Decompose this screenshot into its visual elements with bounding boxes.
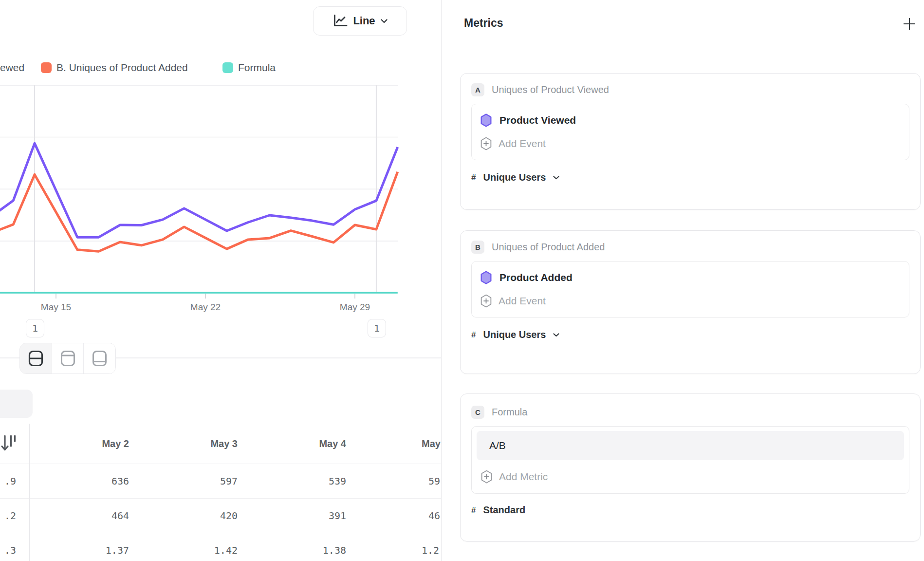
chevron-down-icon xyxy=(553,176,559,180)
metric-card-title: Uniques of Product Added xyxy=(492,242,605,253)
row-frozen-value: .9 xyxy=(0,464,30,498)
table-cell: 636 xyxy=(30,464,138,498)
metric-letter-badge: A xyxy=(471,83,484,96)
events-box: Product Viewed Add Event xyxy=(471,104,909,160)
add-metric-hexagon-icon xyxy=(481,470,492,484)
row-frozen-value: .2 xyxy=(0,499,30,533)
breakdown-table: May 2 May 3 May 4 May .9 636 597 539 59 … xyxy=(0,424,441,561)
annotation-badge[interactable]: 1 xyxy=(368,319,386,337)
table-cell: 420 xyxy=(138,499,247,533)
table-cell: 1.38 xyxy=(247,533,355,561)
chart-pane: Line ewed B. Uniques of Product Added Fo… xyxy=(0,0,441,561)
metrics-panel-title: Metrics xyxy=(464,17,503,30)
x-axis-label: May 29 xyxy=(326,302,384,313)
metric-card-title: Formula xyxy=(492,407,527,418)
formula-input[interactable]: A/B xyxy=(477,431,904,460)
table-row: .9 636 597 539 59 xyxy=(0,464,441,499)
table-cell: 46 xyxy=(355,499,441,533)
table-cell: 59 xyxy=(355,464,441,498)
layout-table-bottom-button[interactable] xyxy=(83,343,115,374)
event-row-product-viewed[interactable]: Product Viewed xyxy=(480,112,900,129)
column-header[interactable]: May 3 xyxy=(138,424,247,464)
metric-card-header: B Uniques of Product Added xyxy=(471,241,909,254)
table-sort-header[interactable] xyxy=(0,424,30,464)
table-cell: 1.37 xyxy=(30,533,138,561)
line-chart xyxy=(0,0,441,321)
metric-card-title: Uniques of Product Viewed xyxy=(492,84,609,95)
plus-icon xyxy=(903,17,916,31)
metric-card-c: C Formula A/B Add Metric # Standard xyxy=(460,393,921,542)
metric-card-header: C Formula xyxy=(471,406,909,419)
table-bottom-layout-icon xyxy=(92,350,107,367)
hash-icon: # xyxy=(471,330,476,340)
measure-label: Unique Users xyxy=(483,172,546,183)
table-row: .2 464 420 391 46 xyxy=(0,499,441,533)
metric-card-b: B Uniques of Product Added Product Added xyxy=(460,230,921,374)
measure-label: Standard xyxy=(483,505,525,516)
measure-dropdown[interactable]: # Unique Users xyxy=(471,172,909,183)
metric-card-header: A Uniques of Product Viewed xyxy=(471,83,909,96)
add-metric-button[interactable]: Add Metric xyxy=(481,468,904,486)
measure-dropdown[interactable]: # Unique Users xyxy=(471,329,909,340)
hash-icon: # xyxy=(471,173,476,183)
metric-letter-badge: C xyxy=(471,406,484,419)
measure-standard[interactable]: # Standard xyxy=(471,505,909,516)
row-frozen-value: .3 xyxy=(0,533,30,561)
event-name: Product Added xyxy=(499,272,573,283)
hash-icon: # xyxy=(471,505,476,515)
add-event-label: Add Event xyxy=(499,295,546,307)
table-cell: 464 xyxy=(30,499,138,533)
column-header[interactable]: May 2 xyxy=(30,424,138,464)
events-box: Product Added Add Event xyxy=(471,261,909,318)
table-cell: 1.2 xyxy=(355,533,441,561)
add-event-button[interactable]: Add Event xyxy=(480,135,900,152)
table-row: .3 1.37 1.42 1.38 1.2 xyxy=(0,533,441,561)
insights-report-screen: Line ewed B. Uniques of Product Added Fo… xyxy=(0,0,924,561)
layout-split-chart-table-button[interactable] xyxy=(20,343,52,374)
left-edge-tab[interactable] xyxy=(0,390,33,418)
table-cell: 597 xyxy=(138,464,247,498)
table-top-layout-icon xyxy=(60,350,75,367)
layout-toggle-group xyxy=(19,343,116,374)
add-event-button[interactable]: Add Event xyxy=(480,292,900,310)
table-cell: 1.42 xyxy=(138,533,247,561)
metric-card-a: A Uniques of Product Viewed Product View… xyxy=(460,73,921,210)
x-axis-label: May 22 xyxy=(176,302,235,313)
add-event-label: Add Event xyxy=(499,138,546,150)
table-cell: 539 xyxy=(247,464,355,498)
chevron-down-icon xyxy=(553,333,559,337)
event-row-product-added[interactable]: Product Added xyxy=(480,269,900,286)
frozen-column-divider xyxy=(29,424,30,561)
add-event-hexagon-icon xyxy=(480,137,492,150)
column-header[interactable]: May xyxy=(355,424,441,464)
table-cell: 391 xyxy=(247,499,355,533)
event-hexagon-icon xyxy=(480,113,492,127)
formula-box: A/B Add Metric xyxy=(471,426,909,494)
add-event-hexagon-icon xyxy=(480,294,492,308)
split-chart-table-icon xyxy=(28,350,43,367)
metric-letter-badge: B xyxy=(471,241,484,254)
sort-descending-icon[interactable] xyxy=(0,434,18,453)
annotation-badge[interactable]: 1 xyxy=(26,319,44,337)
x-axis-label: May 15 xyxy=(27,302,85,313)
measure-label: Unique Users xyxy=(483,329,546,340)
table-header-row: May 2 May 3 May 4 May xyxy=(0,424,441,464)
metrics-panel: Metrics A Uniques of Product Viewed Prod… xyxy=(441,0,924,561)
add-metric-label: Add Metric xyxy=(499,471,548,483)
event-name: Product Viewed xyxy=(499,114,576,126)
column-header[interactable]: May 4 xyxy=(247,424,355,464)
add-metric-plus-button[interactable] xyxy=(902,17,917,31)
layout-table-top-button[interactable] xyxy=(52,343,84,374)
event-hexagon-icon xyxy=(480,271,492,284)
